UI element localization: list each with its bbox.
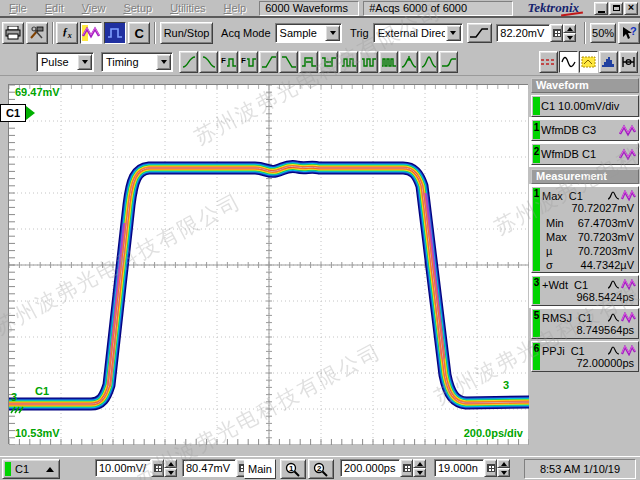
waveform-display-button[interactable]	[559, 51, 578, 73]
wfmdb-toggle-button[interactable]	[579, 51, 598, 73]
vertical-scale-field[interactable]: 10.00mV/	[95, 459, 151, 477]
print-icon	[5, 26, 21, 40]
pos-width-button[interactable]	[299, 51, 318, 73]
restore-button[interactable]	[609, 2, 623, 15]
horizontal-position-field[interactable]: 19.000n	[434, 459, 484, 477]
menu-utilities[interactable]: Utilities	[161, 1, 214, 15]
print-button[interactable]	[2, 22, 24, 44]
channel-select-label: C1	[15, 463, 29, 475]
meas-category-select[interactable]: Pulse	[36, 52, 94, 72]
trigger-source-select[interactable]: External Direct	[373, 23, 463, 43]
menu-setup[interactable]: Setup	[114, 1, 161, 15]
zoom-in-button[interactable]: 1	[280, 459, 306, 479]
measurement-tile-max[interactable]: 1 Max C1 70.72027mV Min67.4703mV Max70.7…	[531, 186, 639, 273]
histogram-button[interactable]	[599, 51, 618, 73]
meas-category-dropdown-button[interactable]	[77, 54, 92, 70]
pos-slew-rate-button[interactable]	[259, 51, 278, 73]
cursors-button[interactable]	[539, 51, 558, 73]
zoom-percent-value: 50%	[592, 27, 614, 39]
spin-up-button[interactable]	[413, 459, 426, 468]
run-stop-button[interactable]: Run/Stop	[160, 22, 213, 44]
pulse-glyph-icon	[607, 190, 620, 201]
measurement-tile-poswidth[interactable]: 3 +Wdt C1 968.5424ps	[531, 275, 639, 306]
settle-step-button[interactable]	[439, 51, 458, 73]
hscale-spinner[interactable]	[413, 459, 426, 477]
spin-down-button[interactable]	[563, 33, 576, 42]
trigger-level-field[interactable]: 82.20mV	[496, 24, 550, 42]
spin-up-button[interactable]	[164, 459, 177, 468]
close-button[interactable]	[624, 2, 638, 15]
vertical-scale-button[interactable]: C1 10.00mV/div	[531, 95, 639, 117]
trigger-level-value: 82.20mV	[500, 27, 544, 39]
hscale-keypad-button[interactable]	[400, 459, 413, 477]
channel-position-marker[interactable]: C1	[0, 104, 36, 122]
math-fx-button[interactable]: ƒx	[56, 22, 78, 44]
eye-diagram-button[interactable]	[619, 51, 638, 73]
peak-amplitude-icon	[421, 55, 437, 69]
trace-channel-label: C1	[35, 385, 49, 397]
keypad-icon	[487, 464, 495, 472]
meas-type-dropdown-button[interactable]	[156, 54, 171, 70]
trigger-level-keypad-button[interactable]	[550, 24, 563, 42]
vscale-keypad-button[interactable]	[151, 459, 164, 477]
meas-source: C1	[569, 190, 583, 202]
vscale-spinner[interactable]	[164, 459, 177, 477]
menu-file[interactable]: File	[0, 1, 36, 15]
trigger-slope-button[interactable]	[467, 23, 493, 43]
meas-type-select[interactable]: Timing	[101, 52, 173, 72]
vertical-offset-field[interactable]: 80.47mV	[182, 459, 236, 477]
arrow-up-icon	[168, 462, 174, 466]
hpos-spinner[interactable]	[497, 459, 510, 477]
meas-name: Max	[542, 190, 563, 202]
minimize-button[interactable]	[594, 2, 608, 15]
neg-cross-freq-button[interactable]: F	[239, 51, 258, 73]
clear-button[interactable]: C	[128, 22, 150, 44]
zoom-out-button[interactable]: 2	[308, 459, 334, 479]
waveform-database-button[interactable]	[80, 22, 102, 44]
acq-mode-select[interactable]: Sample	[275, 23, 343, 43]
wfmdb1-button[interactable]: 1 WfmDB C3	[531, 119, 639, 141]
horizontal-scale-field[interactable]: 200.000ps	[340, 459, 400, 477]
spin-up-button[interactable]	[497, 459, 510, 468]
pulse-define-button[interactable]	[104, 22, 126, 44]
display-zoom-button[interactable]: 50%	[590, 23, 616, 43]
ground-hatch-icon	[10, 405, 26, 415]
menu-help[interactable]: Help	[215, 1, 256, 15]
wfmdb2-button[interactable]: 2 WfmDB C1	[531, 143, 639, 165]
channel-select-button[interactable]: C1	[2, 459, 60, 479]
neg-period-button[interactable]	[359, 51, 378, 73]
colorgrade-wave-icon	[82, 25, 100, 41]
spin-up-button[interactable]	[563, 24, 576, 33]
rise-time-button[interactable]	[179, 51, 198, 73]
period-button[interactable]	[339, 51, 358, 73]
chevron-down-icon	[450, 31, 456, 35]
pos-overshoot-button[interactable]	[399, 51, 418, 73]
meas-name: PPJi	[542, 345, 565, 357]
neg-width-button[interactable]	[319, 51, 338, 73]
menu-view[interactable]: View	[73, 1, 115, 15]
run-stop-label: Run/Stop	[164, 27, 210, 39]
acq-mode-dropdown-button[interactable]	[325, 25, 340, 41]
spin-down-button[interactable]	[164, 468, 177, 477]
utilities-tools-button[interactable]	[26, 22, 48, 44]
meas-category-value: Pulse	[37, 56, 76, 68]
pos-cross-freq-button[interactable]: F	[219, 51, 238, 73]
hpos-keypad-button[interactable]	[484, 459, 497, 477]
spin-down-button[interactable]	[413, 468, 426, 477]
neg-slew-rate-button[interactable]	[279, 51, 298, 73]
waveform-graticule[interactable]: 69.47mV 10.53mV 200.0ps/div C1 3 3	[8, 84, 528, 444]
peak-amplitude-button[interactable]	[419, 51, 438, 73]
spin-down-button[interactable]	[497, 468, 510, 477]
measurement-tile-ppji[interactable]: 6 PPJi C1 72.00000ps	[531, 341, 639, 372]
meas-number: 6	[533, 343, 540, 354]
fall-time-button[interactable]	[199, 51, 218, 73]
burst-button[interactable]	[379, 51, 398, 73]
main-timebase-button[interactable]: Main	[244, 459, 276, 479]
context-help-button[interactable]: ?	[618, 22, 640, 44]
menu-edit[interactable]: Edit	[36, 1, 73, 15]
colorgrade-wave-icon	[619, 124, 636, 137]
close-icon	[628, 3, 634, 13]
trigger-level-spinner[interactable]	[563, 24, 576, 42]
measurement-tile-rmsj[interactable]: 5 RMSJ C1 8.749564ps	[531, 308, 639, 339]
trigger-dropdown-button[interactable]	[446, 25, 461, 41]
